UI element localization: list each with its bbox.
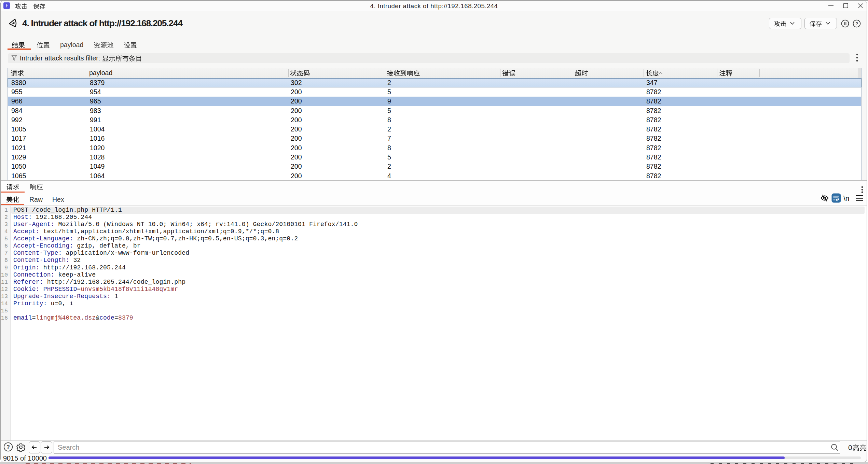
svg-text:?: ? [6, 444, 10, 450]
svg-text:?: ? [855, 21, 858, 26]
